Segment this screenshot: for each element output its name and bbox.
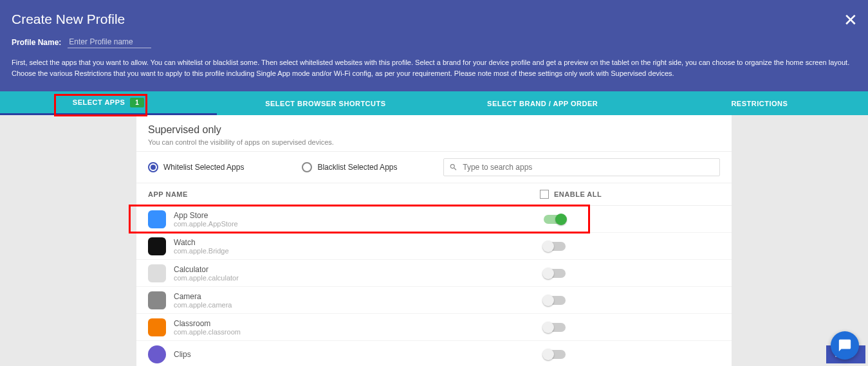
apps-panel: Supervised only You can control the visi… xyxy=(136,115,732,366)
app-icon xyxy=(148,318,166,336)
panel-heading: Supervised only xyxy=(148,124,720,136)
app-toggle[interactable] xyxy=(544,215,566,224)
app-icon xyxy=(148,210,166,228)
chat-icon xyxy=(838,338,852,352)
app-row: Calculator com.apple.calculator xyxy=(136,260,732,287)
search-input[interactable] xyxy=(463,163,714,172)
app-package: com.apple.calculator xyxy=(174,274,544,282)
tab-bar: SELECT APPS 1 SELECT BROWSER SHORTCUTS S… xyxy=(0,91,868,115)
app-package: com.apple.classroom xyxy=(174,328,544,336)
app-toggle[interactable] xyxy=(544,242,566,251)
tab-select-apps-label: SELECT APPS xyxy=(73,98,125,106)
tab-select-apps[interactable]: SELECT APPS 1 xyxy=(0,91,217,115)
app-package: com.apple.AppStore xyxy=(174,220,544,228)
app-icon xyxy=(148,291,166,309)
app-title: Watch xyxy=(174,238,544,247)
tab-brand-app-order[interactable]: SELECT BRAND / APP ORDER xyxy=(434,91,651,115)
radio-blacklist[interactable]: Blacklist Selected Apps xyxy=(302,162,397,172)
enable-all-checkbox[interactable] xyxy=(540,190,549,199)
app-row: Clips xyxy=(136,341,732,366)
column-app-name: APP NAME xyxy=(148,190,540,198)
tab-brand-order-label: SELECT BRAND / APP ORDER xyxy=(487,100,598,107)
app-toggle[interactable] xyxy=(544,350,566,359)
app-list: App Store com.apple.AppStore Watch com.a… xyxy=(136,206,732,366)
panel-subheading: You can control the visibility of apps o… xyxy=(148,138,720,146)
profile-name-label: Profile Name: xyxy=(12,38,61,47)
radio-icon xyxy=(148,162,158,172)
app-icon xyxy=(148,237,166,255)
app-title: App Store xyxy=(174,211,544,220)
app-toggle[interactable] xyxy=(544,296,566,305)
search-icon xyxy=(449,163,457,172)
search-wrap xyxy=(443,158,720,176)
header: Create New Profile ✕ Profile Name: First… xyxy=(0,0,868,91)
app-title: Camera xyxy=(174,292,544,301)
column-enable-all: ENABLE ALL xyxy=(554,190,602,198)
tab-restrictions-label: RESTRICTIONS xyxy=(731,100,788,107)
radio-blacklist-label: Blacklist Selected Apps xyxy=(317,163,397,172)
tab-restrictions[interactable]: RESTRICTIONS xyxy=(651,91,868,115)
app-package: com.apple.camera xyxy=(174,301,544,309)
app-icon xyxy=(148,264,166,282)
app-icon xyxy=(148,345,166,363)
app-row: Watch com.apple.Bridge xyxy=(136,233,732,260)
close-icon[interactable]: ✕ xyxy=(844,10,858,30)
radio-whitelist-label: Whitelist Selected Apps xyxy=(163,163,244,172)
app-title: Classroom xyxy=(174,319,544,328)
app-title: Calculator xyxy=(174,265,544,274)
app-row: Classroom com.apple.classroom xyxy=(136,314,732,341)
tab-browser-shortcuts[interactable]: SELECT BROWSER SHORTCUTS xyxy=(217,91,434,115)
tab-select-apps-badge: 1 xyxy=(130,98,144,107)
header-description: First, select the apps that you want to … xyxy=(12,57,856,78)
app-toggle[interactable] xyxy=(544,269,566,278)
app-package: com.apple.Bridge xyxy=(174,247,544,255)
radio-whitelist[interactable]: Whitelist Selected Apps xyxy=(148,162,244,172)
app-toggle[interactable] xyxy=(544,323,566,332)
app-title: Clips xyxy=(174,350,544,359)
radio-icon xyxy=(302,162,312,172)
tab-browser-shortcuts-label: SELECT BROWSER SHORTCUTS xyxy=(265,100,385,107)
app-row: App Store com.apple.AppStore xyxy=(136,206,732,233)
profile-name-input[interactable] xyxy=(68,36,151,48)
app-row: Camera com.apple.camera xyxy=(136,287,732,314)
chat-button[interactable] xyxy=(831,331,859,360)
page-title: Create New Profile xyxy=(12,12,856,27)
